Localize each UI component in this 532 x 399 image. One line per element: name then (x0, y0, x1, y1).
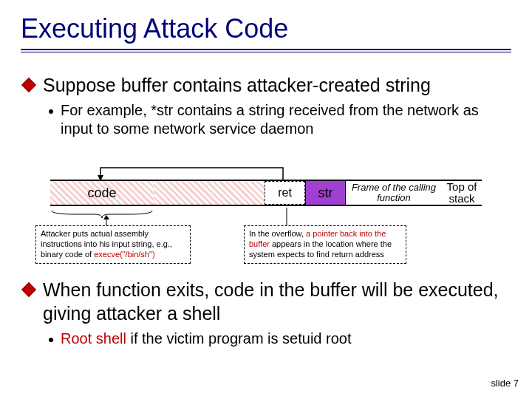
seg-code: code (50, 181, 154, 205)
ret-arrow-down (282, 208, 291, 225)
dot-icon (49, 109, 53, 114)
callout-attacker: Attacker puts actual assembly instructio… (35, 225, 191, 263)
bullet-1-sub: For example, *str contains a string rece… (49, 101, 511, 138)
bullet-1-sub-text: For example, *str contains a string rece… (61, 101, 511, 138)
seg-top: Top of stack (442, 181, 482, 205)
bullet-2: When function exits, code in the buffer … (21, 279, 511, 325)
bullet-1: Suppose buffer contains attacker-created… (21, 74, 511, 97)
root-shell-rest: if the victim program is setuid root (126, 330, 352, 347)
bullet-2-text: When function exits, code in the buffer … (43, 279, 511, 325)
diamond-icon (21, 78, 36, 92)
callout-overflow: In the overflow, a pointer back into the… (244, 225, 406, 263)
seg-padding (154, 181, 265, 205)
callout-right-3: appears in the location where the system… (249, 239, 392, 259)
root-shell-red: Root shell (61, 330, 126, 347)
slide-title: Executing Attack Code (21, 13, 511, 44)
seg-str: str (305, 181, 346, 205)
bullet-2-sub-text: Root shell if the victim program is setu… (61, 330, 352, 348)
title-underline (21, 49, 511, 53)
slide-number: slide 7 (491, 378, 519, 389)
diamond-icon (21, 282, 36, 297)
callout-left-red: execve("/bin/sh") (94, 250, 154, 259)
bullet-1-text: Suppose buffer contains attacker-created… (43, 74, 431, 97)
seg-frame: Frame of the calling function (346, 181, 442, 205)
stack-diagram: code ret str Frame of the calling functi… (50, 149, 482, 274)
seg-ret: ret (265, 181, 305, 205)
dot-icon (49, 338, 53, 342)
stack-bar: code ret str Frame of the calling functi… (50, 180, 482, 206)
bullet-2-sub: Root shell if the victim program is setu… (49, 330, 511, 348)
code-brace (50, 208, 154, 215)
callout-right-1: In the overflow, (249, 229, 306, 238)
